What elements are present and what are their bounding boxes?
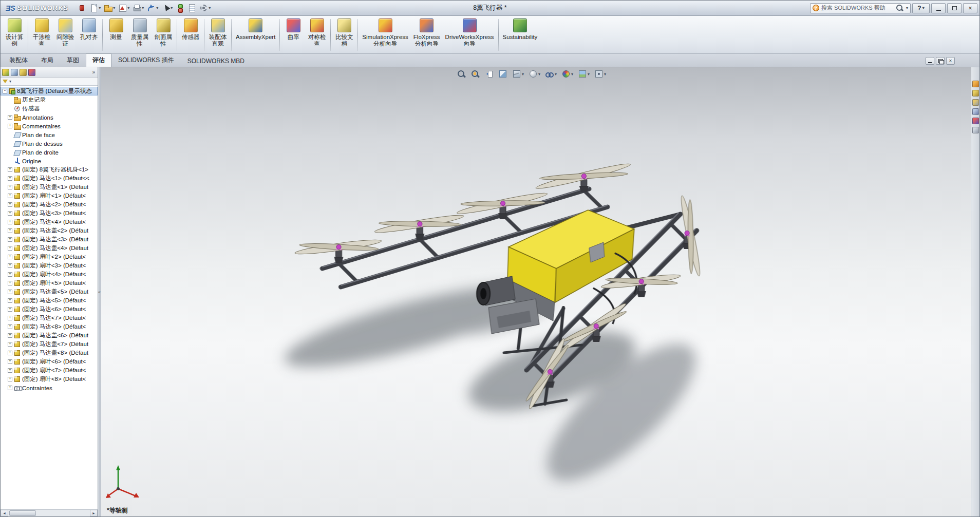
tree-item[interactable]: Origine	[1, 157, 98, 165]
close-button[interactable]: ×	[963, 3, 977, 13]
search-box[interactable]: ? 搜索 SOLIDWORKS 帮助 ▾	[810, 3, 911, 13]
make-drawing-button[interactable]: ▾	[117, 3, 130, 13]
design-library-icon[interactable]	[972, 90, 979, 97]
interference-check-button[interactable]: 干涉检 查	[30, 17, 53, 53]
expander-icon[interactable]: +	[8, 290, 12, 294]
graphics-viewport[interactable]: ▾ ▾ ▾ ▾ ▾ ▾ *等轴测	[101, 67, 971, 516]
tree-item[interactable]: + (固定) 扇叶<4> (Défaut<	[1, 270, 98, 279]
expander-icon[interactable]: +	[8, 115, 12, 120]
section-properties-button[interactable]: 剖面属 性	[152, 17, 175, 53]
expander-icon[interactable]: +	[8, 124, 12, 128]
search-icon[interactable]	[895, 4, 904, 12]
property-manager-icon[interactable]	[11, 69, 18, 76]
tree-item[interactable]: - 8翼飞行器 (Défaut<显示状态	[1, 87, 98, 95]
dropdown-caret-icon[interactable]: ▾	[555, 72, 557, 76]
scroll-left-arrow[interactable]: ◄	[1, 510, 8, 516]
minimize-button[interactable]	[931, 3, 946, 13]
sustainability-button[interactable]: Sustainability	[500, 17, 540, 53]
expander-icon[interactable]: +	[8, 228, 12, 233]
measure-button[interactable]: 测量	[104, 17, 128, 53]
driveworksxpress-button[interactable]: DriveWorksXpress 向导	[443, 17, 497, 53]
tree-item[interactable]: + (固定) 马达<1> (Défaut<<	[1, 174, 98, 183]
options-button[interactable]: ▾	[198, 3, 212, 13]
tree-item[interactable]: + (固定) 马达<3> (Défaut<	[1, 209, 98, 218]
tree-item[interactable]: Plan de dessus	[1, 139, 98, 148]
new-document-button[interactable]: ▾	[88, 3, 102, 13]
select-button[interactable]: ▾	[160, 3, 174, 13]
simulationxpress-button[interactable]: SimulationXpress 分析向导	[360, 17, 410, 53]
expander-icon[interactable]: +	[8, 202, 12, 207]
tree-item[interactable]: + (固定) 马达<4> (Défaut<	[1, 218, 98, 226]
tree-item[interactable]: + (固定) 8翼飞行器机身<1>	[1, 165, 98, 174]
display-manager-icon[interactable]	[28, 69, 35, 76]
tree-item[interactable]: + (固定) 马达盖<7> (Défaut	[1, 340, 98, 349]
tab-layout[interactable]: 布局	[34, 53, 60, 67]
previous-view-button[interactable]	[483, 68, 495, 80]
solidworks-menu-button[interactable]	[77, 3, 87, 13]
expander-icon[interactable]: +	[8, 185, 12, 189]
tab-mbd[interactable]: SOLIDWORKS MBD	[181, 55, 251, 67]
solidworks-resources-icon[interactable]	[972, 81, 979, 87]
tree-filter-row[interactable]: ▾	[1, 78, 98, 86]
mass-properties-button[interactable]: 质量属 性	[128, 17, 152, 53]
drone-model[interactable]	[101, 67, 971, 516]
expander-icon[interactable]: -	[3, 89, 7, 93]
dropdown-caret-icon[interactable]: ▾	[209, 6, 211, 10]
dropdown-caret-icon[interactable]: ▾	[588, 72, 590, 76]
tree-item[interactable]: + Annotations	[1, 113, 98, 122]
expander-icon[interactable]: +	[8, 263, 12, 268]
maximize-button[interactable]	[947, 3, 962, 13]
hide-show-items-button[interactable]: ▾	[543, 68, 558, 80]
dropdown-caret-icon[interactable]: ▾	[171, 6, 173, 10]
symmetry-check-button[interactable]: 对称检 查	[305, 17, 329, 53]
tree-item[interactable]: + (固定) 扇叶<6> (Défaut<	[1, 357, 98, 366]
tree-item[interactable]: Plan de face	[1, 130, 98, 139]
edit-appearance-button[interactable]: ▾	[560, 68, 575, 80]
tree-item[interactable]: + (固定) 扇叶<2> (Défaut<	[1, 253, 98, 261]
hole-alignment-button[interactable]: 孔对齐	[77, 17, 101, 53]
tree-item[interactable]: + (固定) 马达盖<2> (Défaut	[1, 226, 98, 235]
appearances-icon[interactable]	[972, 118, 979, 124]
dropdown-caret-icon[interactable]: ▾	[99, 6, 101, 10]
zoom-fit-button[interactable]	[455, 68, 467, 80]
view-settings-button[interactable]: ▾	[593, 68, 608, 80]
custom-properties-icon[interactable]	[972, 127, 979, 133]
tab-addins[interactable]: SOLIDWORKS 插件	[111, 53, 181, 67]
sensor-button[interactable]: 传感器	[179, 17, 202, 53]
tree-item[interactable]: + (固定) 马达<5> (Défaut<	[1, 296, 98, 305]
expander-icon[interactable]: +	[8, 386, 12, 390]
tab-sketch[interactable]: 草图	[60, 53, 86, 67]
document-restore-button[interactable]	[936, 57, 945, 65]
expander-icon[interactable]: +	[8, 307, 12, 312]
scroll-thumb[interactable]	[9, 510, 36, 516]
feature-manager-tree-icon[interactable]	[2, 69, 9, 76]
expander-icon[interactable]: +	[8, 281, 12, 285]
assembly-visualization-button[interactable]: 装配体 直观	[206, 17, 230, 53]
tree-item[interactable]: + (固定) 扇叶<8> (Défaut<	[1, 375, 98, 384]
expander-icon[interactable]: +	[8, 298, 12, 303]
tab-evaluate[interactable]: 评估	[86, 53, 111, 67]
expander-icon[interactable]: +	[8, 359, 12, 364]
document-minimize-button[interactable]	[926, 57, 934, 65]
tree-item[interactable]: + (固定) 马达盖<5> (Défaut	[1, 288, 98, 296]
tree-item[interactable]: + (固定) 马达<2> (Défaut<	[1, 200, 98, 209]
help-button[interactable]: ? ▾	[912, 3, 930, 13]
dropdown-caret-icon[interactable]: ▾	[522, 72, 524, 76]
tree-item[interactable]: + Contraintes	[1, 384, 98, 392]
configuration-manager-icon[interactable]	[20, 69, 27, 76]
zoom-area-button[interactable]	[469, 68, 481, 80]
tree-item[interactable]: + (固定) 马达盖<6> (Défaut	[1, 331, 98, 340]
expander-icon[interactable]: +	[8, 194, 12, 198]
expander-icon[interactable]: +	[8, 211, 12, 216]
tree-item[interactable]: + (固定) 马达<6> (Défaut<	[1, 305, 98, 314]
tab-assembly[interactable]: 装配体	[3, 53, 34, 67]
file-properties-button[interactable]	[186, 3, 197, 13]
expander-icon[interactable]: +	[8, 176, 12, 181]
compare-documents-button[interactable]: 比较文 档	[332, 17, 356, 53]
tree-item[interactable]: + (固定) 扇叶<5> (Défaut<	[1, 279, 98, 288]
dropdown-caret-icon[interactable]: ▾	[571, 72, 573, 76]
dropdown-caret-icon[interactable]: ▾	[127, 6, 129, 10]
expander-icon[interactable]: +	[8, 220, 12, 224]
floxpress-button[interactable]: FloXpress 分析向导	[411, 17, 443, 53]
design-study-button[interactable]: 设计算 例	[3, 17, 26, 53]
